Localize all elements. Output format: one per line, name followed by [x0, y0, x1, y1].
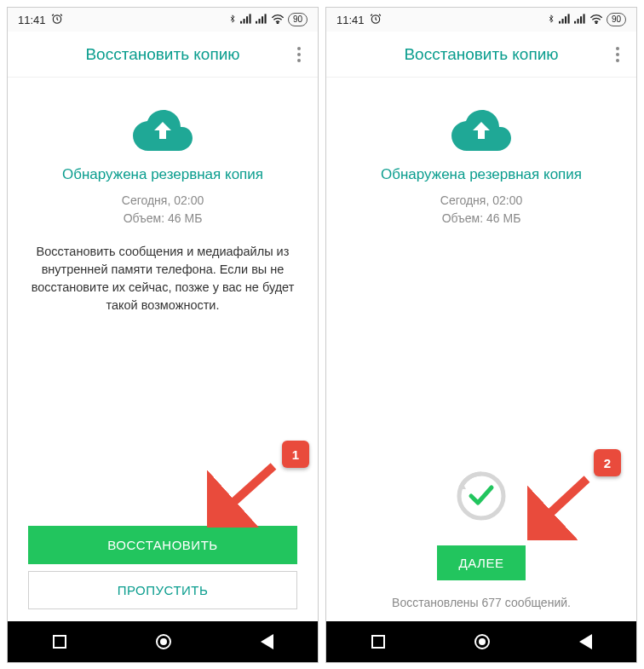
content-area: Обнаружена резервная копия Сегодня, 02:0… [8, 78, 318, 621]
cloud-upload-icon [451, 110, 511, 151]
restore-button[interactable]: ВОССТАНОВИТЬ [28, 526, 297, 564]
svg-point-20 [595, 22, 596, 23]
nav-bar [326, 621, 636, 662]
signal-icon-2 [574, 14, 586, 26]
signal-icon [559, 14, 571, 26]
restore-complete-icon [456, 470, 507, 522]
svg-rect-2 [243, 19, 244, 24]
svg-rect-5 [256, 20, 257, 23]
battery-indicator: 90 [288, 13, 308, 26]
status-time: 11:41 [336, 14, 365, 26]
svg-rect-16 [574, 20, 576, 23]
nav-recent-icon[interactable] [371, 635, 385, 649]
nav-home-icon[interactable] [474, 634, 490, 649]
phone-screen-2: 11:41 90 [325, 7, 637, 663]
status-bar: 11:41 90 [326, 8, 636, 32]
svg-rect-4 [249, 14, 250, 23]
more-options-icon[interactable] [611, 42, 624, 67]
svg-rect-14 [565, 16, 566, 23]
svg-rect-18 [580, 16, 582, 23]
app-bar: Восстановить копию [326, 32, 636, 78]
backup-size: Объем: 46 МБ [124, 210, 203, 228]
arrow-icon [207, 459, 284, 528]
bluetooth-icon [547, 13, 555, 27]
callout-1: 1 [282, 441, 309, 468]
svg-rect-7 [262, 16, 263, 23]
app-bar: Восстановить копию [8, 32, 318, 78]
svg-point-9 [277, 22, 278, 23]
signal-icon-2 [256, 14, 267, 26]
next-button[interactable]: ДАЛЕЕ [437, 545, 526, 580]
nav-bar [8, 621, 318, 662]
svg-line-23 [539, 479, 587, 523]
status-bar: 11:41 90 [8, 8, 318, 32]
status-time: 11:41 [18, 14, 46, 26]
alarm-icon [51, 13, 63, 27]
svg-rect-13 [561, 19, 563, 24]
signal-icon [240, 14, 252, 26]
nav-recent-icon[interactable] [53, 635, 66, 649]
more-options-icon[interactable] [292, 42, 306, 67]
svg-rect-15 [567, 14, 569, 23]
svg-line-10 [222, 466, 273, 512]
backup-description: Восстановить сообщения и медиафайлы из в… [28, 243, 297, 314]
nav-back-icon[interactable] [579, 634, 592, 649]
app-bar-title: Восстановить копию [85, 45, 239, 64]
arrow-icon [527, 472, 595, 540]
svg-rect-17 [577, 19, 578, 24]
backup-found-title: Обнаружена резервная копия [381, 166, 582, 183]
svg-rect-1 [240, 20, 242, 23]
svg-rect-8 [264, 14, 266, 23]
restored-count-text: Восстановлены 677 сообщений. [392, 596, 571, 609]
svg-rect-19 [583, 14, 584, 23]
bluetooth-icon [228, 13, 237, 27]
wifi-icon [589, 14, 603, 26]
callout-badge: 1 [282, 441, 309, 468]
backup-time: Сегодня, 02:00 [122, 192, 204, 210]
cloud-upload-icon [133, 110, 193, 151]
wifi-icon [271, 14, 285, 26]
backup-found-title: Обнаружена резервная копия [62, 166, 263, 183]
alarm-icon [370, 13, 382, 27]
svg-rect-12 [559, 20, 561, 23]
svg-rect-3 [246, 16, 248, 23]
phone-screen-1: 11:41 90 [7, 7, 319, 663]
svg-rect-6 [258, 19, 260, 24]
backup-time: Сегодня, 02:00 [440, 192, 522, 210]
app-bar-title: Восстановить копию [404, 45, 558, 64]
skip-button[interactable]: ПРОПУСТИТЬ [28, 571, 297, 609]
nav-home-icon[interactable] [156, 634, 171, 649]
content-area: Обнаружена резервная копия Сегодня, 02:0… [326, 78, 636, 621]
nav-back-icon[interactable] [261, 634, 273, 649]
battery-indicator: 90 [607, 13, 626, 26]
backup-size: Объем: 46 МБ [442, 210, 521, 228]
